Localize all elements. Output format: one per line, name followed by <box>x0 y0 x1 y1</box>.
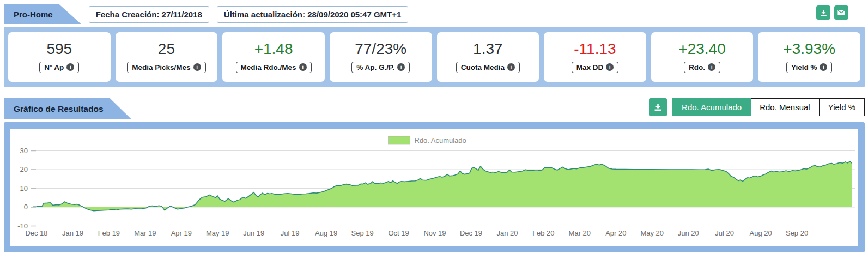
stat-card: 25Media Picks/Mesi <box>116 32 218 82</box>
header-actions <box>816 5 848 20</box>
chart-actions: Rdo. AcumuladoRdo. MensualYield % <box>649 98 865 116</box>
svg-text:Nov 19: Nov 19 <box>423 229 446 237</box>
svg-text:Feb 20: Feb 20 <box>532 229 554 237</box>
stat-label-text: Media Picks/Mes <box>132 63 190 71</box>
stat-value: +3.93% <box>783 41 835 57</box>
stat-label-text: Rdo. <box>689 63 705 71</box>
chart-toggle-rdo-acumulado[interactable]: Rdo. Acumulado <box>672 98 751 116</box>
stat-value: 1.37 <box>473 41 503 57</box>
chart-toggle-rdo-mensual[interactable]: Rdo. Mensual <box>751 98 820 116</box>
email-button[interactable] <box>834 5 848 20</box>
stat-label-text: Nº Ap <box>44 63 64 71</box>
info-icon[interactable]: i <box>820 63 827 71</box>
info-icon[interactable]: i <box>299 63 307 71</box>
stat-value: +23.40 <box>678 41 725 57</box>
stat-label-pill[interactable]: Rdo.i <box>684 62 720 73</box>
download-icon <box>653 103 663 112</box>
download-button[interactable] <box>816 5 830 20</box>
svg-text:0: 0 <box>24 203 28 211</box>
svg-text:Sep 19: Sep 19 <box>351 229 374 237</box>
info-icon[interactable]: i <box>606 63 614 71</box>
stat-label-pill[interactable]: Yield %i <box>786 62 833 73</box>
stat-label-pill[interactable]: Max DDi <box>572 62 619 73</box>
chart-section-header: Gráfico de Resultados Rdo. AcumuladoRdo.… <box>4 98 865 119</box>
results-chart: 3020100-10Dec 18Jan 19Feb 19Mar 19Apr 19… <box>10 129 858 246</box>
svg-text:Apr 19: Apr 19 <box>171 229 192 237</box>
legend-swatch <box>389 136 410 144</box>
last-update-box: Última actualización: 28/09/2020 05:47 G… <box>217 6 409 23</box>
stat-card: 1.37Cuota Mediai <box>437 32 539 82</box>
info-icon[interactable]: i <box>507 63 515 71</box>
svg-text:Jan 20: Jan 20 <box>496 229 518 237</box>
svg-text:Apr 20: Apr 20 <box>605 229 626 237</box>
stat-card: +3.93%Yield %i <box>758 32 860 82</box>
chart-download-button[interactable] <box>649 98 667 116</box>
stat-value: 595 <box>46 41 72 57</box>
stat-label-pill[interactable]: Cuota Mediai <box>456 62 520 73</box>
svg-text:10: 10 <box>20 184 28 192</box>
stat-label-text: Max DD <box>576 63 604 71</box>
stat-label-text: Cuota Media <box>461 63 505 71</box>
svg-text:Sep 20: Sep 20 <box>786 229 808 237</box>
info-icon[interactable]: i <box>193 63 201 71</box>
stat-value: +1.48 <box>254 41 293 57</box>
legend-label: Rdo. Acumulado <box>415 136 466 144</box>
stat-value: -11.13 <box>574 41 616 57</box>
stat-card: +1.48Media Rdo./Mesi <box>222 32 325 82</box>
download-icon <box>820 9 828 17</box>
svg-text:Aug 19: Aug 19 <box>315 229 337 237</box>
stat-label-text: % Ap. G./P. <box>356 63 394 71</box>
stat-label-text: Media Rdo./Mes <box>241 63 296 71</box>
chart-panel: 3020100-10Dec 18Jan 19Feb 19Mar 19Apr 19… <box>4 122 865 252</box>
svg-text:Dec 19: Dec 19 <box>460 229 482 237</box>
svg-text:Aug 20: Aug 20 <box>750 229 772 237</box>
stat-value: 77/23% <box>355 41 406 57</box>
stat-label-pill[interactable]: % Ap. G./P.i <box>351 62 410 73</box>
tab-pro-home[interactable]: Pro-Home <box>4 4 81 24</box>
svg-text:Feb 19: Feb 19 <box>98 229 120 237</box>
svg-text:30: 30 <box>20 147 28 155</box>
stats-panel: 595Nº Api25Media Picks/Mesi+1.48Media Rd… <box>4 27 865 87</box>
stat-label-pill[interactable]: Nº Api <box>39 62 79 73</box>
header: Pro-Home Fecha Creación: 27/11/2018 Últi… <box>4 4 865 24</box>
stat-card: 77/23%% Ap. G./P.i <box>330 32 432 82</box>
svg-text:Oct 19: Oct 19 <box>388 229 409 237</box>
svg-text:Mar 19: Mar 19 <box>134 229 156 237</box>
envelope-icon <box>837 8 846 17</box>
stat-card: -11.13Max DDi <box>544 32 646 82</box>
svg-text:Jul 19: Jul 19 <box>281 229 300 237</box>
tab-grafico-resultados: Gráfico de Resultados <box>4 98 132 119</box>
svg-text:Jun 19: Jun 19 <box>243 229 264 237</box>
dashboard-page: Pro-Home Fecha Creación: 27/11/2018 Últi… <box>0 0 868 252</box>
stat-label-pill[interactable]: Media Picks/Mesi <box>127 62 205 73</box>
svg-text:Jun 20: Jun 20 <box>678 229 699 237</box>
tab-pro-home-label: Pro-Home <box>14 10 53 19</box>
svg-text:Jul 20: Jul 20 <box>715 229 734 237</box>
stat-label-text: Yield % <box>791 63 817 71</box>
stat-card: +23.40Rdo.i <box>651 32 754 82</box>
svg-text:May 19: May 19 <box>206 229 229 237</box>
svg-text:Jan 19: Jan 19 <box>62 229 83 237</box>
info-icon[interactable]: i <box>66 63 74 71</box>
info-icon[interactable]: i <box>397 63 405 71</box>
svg-text:20: 20 <box>20 165 28 173</box>
creation-date-box: Fecha Creación: 27/11/2018 <box>89 6 209 23</box>
stat-label-pill[interactable]: Media Rdo./Mesi <box>236 62 312 73</box>
chart-view-toggle: Rdo. AcumuladoRdo. MensualYield % <box>672 98 865 116</box>
chart-toggle-yield-pct[interactable]: Yield % <box>820 98 865 116</box>
stat-value: 25 <box>158 41 175 57</box>
svg-text:Mar 20: Mar 20 <box>569 229 591 237</box>
svg-text:May 20: May 20 <box>640 229 664 237</box>
svg-text:Dec 18: Dec 18 <box>25 229 47 237</box>
info-icon[interactable]: i <box>708 63 715 71</box>
stat-card: 595Nº Api <box>8 32 111 82</box>
